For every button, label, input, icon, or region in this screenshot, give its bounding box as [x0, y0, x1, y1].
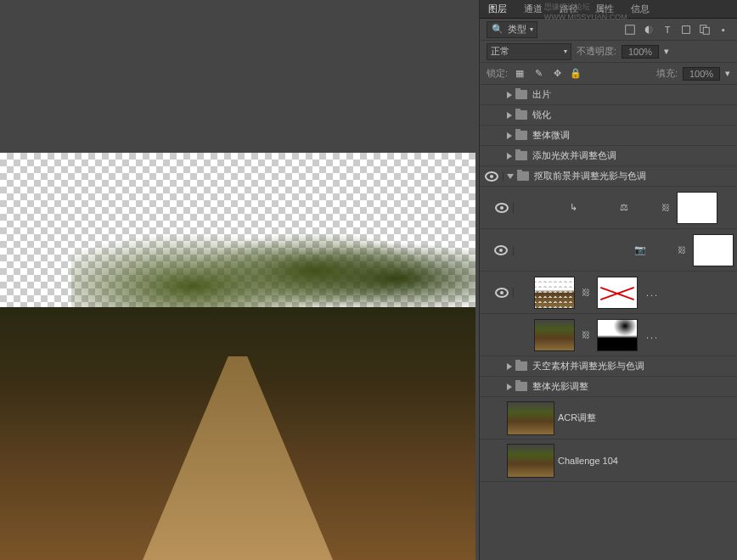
chevron-down-icon: ▾: [530, 25, 533, 33]
camera-icon: 📷: [632, 242, 649, 259]
mask-thumb[interactable]: [693, 234, 734, 266]
group-export[interactable]: 出片: [480, 85, 737, 105]
group-sharpen[interactable]: 锐化: [480, 105, 737, 126]
more-icon[interactable]: ...: [646, 330, 659, 340]
svg-rect-0: [626, 25, 635, 34]
filter-label: 类型: [508, 23, 526, 36]
folder-icon: [515, 131, 527, 140]
expand-toggle[interactable]: [507, 153, 512, 160]
expand-toggle[interactable]: [507, 112, 512, 119]
filter-pixel-icon[interactable]: [623, 23, 637, 36]
filter-row: 🔍 类型 ▾ T ▪: [480, 19, 737, 41]
folder-icon: [515, 361, 527, 371]
opacity-label: 不透明度:: [577, 45, 616, 58]
layer-thumb[interactable]: [534, 277, 575, 309]
expand-toggle[interactable]: [507, 363, 512, 370]
blend-row: 正常 ▾ 不透明度: 100% ▾: [480, 41, 737, 63]
visibility-toggle[interactable]: [480, 171, 504, 182]
layer-thumb[interactable]: [534, 319, 575, 351]
svg-rect-2: [683, 25, 690, 33]
visibility-toggle[interactable]: [490, 245, 514, 255]
tab-channels[interactable]: 通道: [520, 0, 546, 18]
adj-layer-camera[interactable]: 📷 ⛓: [480, 229, 737, 272]
blend-mode-value: 正常: [491, 45, 509, 58]
link-icon[interactable]: ⛓: [582, 330, 590, 339]
layer-name[interactable]: ACR调整: [558, 408, 737, 428]
filter-smart-icon[interactable]: [698, 23, 712, 36]
layer-name[interactable]: 天空素材并调整光影与色调: [532, 356, 737, 376]
expand-toggle[interactable]: [507, 92, 512, 98]
visibility-toggle[interactable]: [490, 203, 514, 213]
layers-list: 出片 锐化 整体微调 添加光效并调整色调 抠取前景并调整光影与色调: [480, 85, 737, 482]
layer-name[interactable]: 抠取前景并调整光影与色调: [534, 166, 737, 186]
chevron-down-icon[interactable]: ▾: [725, 68, 730, 79]
panel-menu-icon[interactable]: ▪: [717, 23, 730, 36]
layer-name[interactable]: 添加光效并调整色调: [532, 146, 737, 165]
layer-acr[interactable]: ACR调整: [480, 397, 737, 440]
opacity-field[interactable]: 100%: [622, 45, 659, 59]
layer-thumb[interactable]: [507, 401, 554, 435]
expand-toggle[interactable]: [507, 132, 512, 139]
group-global-light[interactable]: 整体光影调整: [480, 377, 737, 397]
chevron-down-icon: ▾: [564, 48, 567, 55]
blend-mode-select[interactable]: 正常 ▾: [487, 43, 571, 60]
link-icon[interactable]: ⛓: [582, 288, 590, 297]
link-icon[interactable]: ⛓: [678, 245, 686, 255]
svg-rect-4: [703, 27, 709, 34]
exposure-icon: ⚖: [616, 199, 633, 216]
canvas[interactable]: [0, 153, 475, 560]
folder-icon: [517, 171, 529, 181]
group-global-adjust[interactable]: 整体微调: [480, 126, 737, 146]
layers-panel: 思缘设计论坛 WWW.MISSYUAN.COM 图层 通道 路径 属性 信息 🔍…: [479, 0, 737, 560]
filter-adjust-icon[interactable]: [642, 23, 655, 36]
mask-thumb[interactable]: [597, 319, 638, 351]
image-foreground: [0, 153, 475, 560]
layer-fg-2[interactable]: ⛓ ...: [480, 314, 737, 356]
expand-toggle[interactable]: [507, 174, 514, 179]
tab-layers[interactable]: 图层: [485, 0, 510, 18]
layer-name[interactable]: 出片: [532, 85, 737, 104]
mask-thumb-disabled[interactable]: [597, 277, 638, 309]
layer-thumb[interactable]: [507, 444, 554, 478]
folder-icon: [515, 110, 527, 120]
filter-shape-icon[interactable]: [679, 23, 693, 36]
filter-text-icon[interactable]: T: [661, 23, 674, 36]
group-fg-extract[interactable]: 抠取前景并调整光影与色调: [480, 166, 737, 187]
fill-field[interactable]: 100%: [683, 67, 720, 81]
group-add-light[interactable]: 添加光效并调整色调: [480, 146, 737, 166]
link-icon[interactable]: ⛓: [661, 203, 670, 212]
expand-toggle[interactable]: [507, 384, 512, 390]
watermark-text: 思缘设计论坛 WWW.MISSYUAN.COM: [544, 2, 673, 21]
folder-icon: [515, 382, 527, 391]
lock-brush-icon[interactable]: ✎: [532, 67, 545, 81]
layer-challenge[interactable]: Challenge 104: [480, 440, 737, 482]
folder-icon: [515, 90, 527, 99]
lock-all-icon[interactable]: 🔒: [569, 67, 582, 81]
more-icon[interactable]: ...: [646, 288, 659, 298]
filter-type-select[interactable]: 🔍 类型 ▾: [487, 21, 537, 38]
fill-label: 填充:: [656, 67, 678, 80]
layer-name[interactable]: 整体微调: [532, 126, 737, 145]
lock-position-icon[interactable]: ✥: [550, 67, 564, 81]
folder-icon: [515, 151, 527, 160]
group-sky-mat[interactable]: 天空素材并调整光影与色调: [480, 356, 737, 377]
lock-row: 锁定: ▦ ✎ ✥ 🔒 填充: 100% ▾: [480, 63, 737, 85]
layer-name[interactable]: 锐化: [532, 105, 737, 125]
mask-thumb[interactable]: [677, 192, 717, 224]
chevron-down-icon[interactable]: ▾: [664, 46, 669, 57]
visibility-toggle[interactable]: [490, 288, 514, 298]
layer-name[interactable]: Challenge 104: [558, 452, 737, 469]
search-icon: 🔍: [491, 23, 504, 36]
layer-name[interactable]: 整体光影调整: [532, 377, 737, 396]
lock-transparency-icon[interactable]: ▦: [513, 67, 526, 81]
layer-fg-1[interactable]: ⛓ ...: [480, 272, 737, 314]
adj-layer-exposure[interactable]: ↳ ⚖ ⛓: [480, 187, 737, 229]
lock-label: 锁定:: [487, 67, 508, 80]
clip-icon: ↳: [565, 199, 582, 216]
